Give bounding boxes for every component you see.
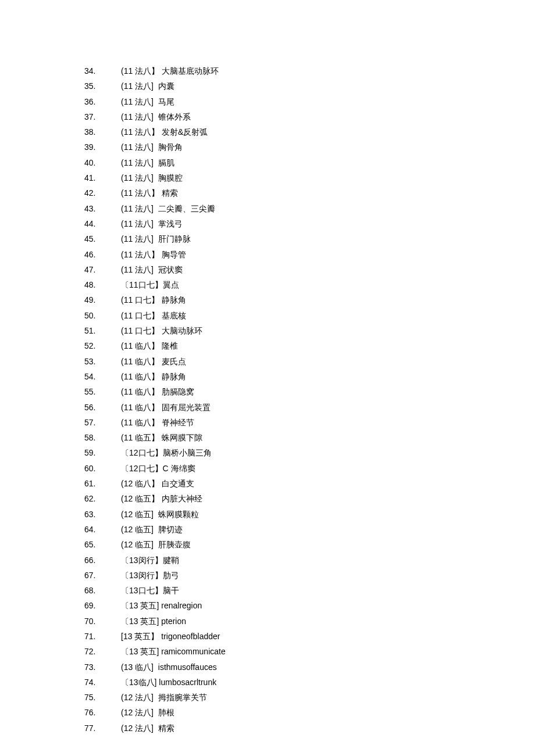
list-item: 48.〔11口七】翼点 <box>84 281 535 296</box>
item-tag: (11 法八] <box>121 220 154 228</box>
item-tag: (11 临五】 <box>121 433 159 442</box>
list-item: 59.〔12口七】脑桥小脑三角 <box>84 449 535 464</box>
item-number: 68. <box>84 586 121 594</box>
item-number: 34. <box>84 67 121 75</box>
item-description: 二尖瓣、三尖瓣 <box>154 205 215 213</box>
item-description: C 海绵窦 <box>163 464 195 472</box>
item-description: ramicommunicate <box>159 647 225 655</box>
item-description: 基底核 <box>159 311 186 320</box>
item-number: 49. <box>84 296 121 304</box>
item-number: 37. <box>84 113 121 121</box>
list-item: 61.(12 临八】 白交通支 <box>84 479 535 495</box>
list-item: 55.(11 临八】 肋膈隐窝 <box>84 388 535 403</box>
item-description: 脊神经节 <box>159 418 194 427</box>
item-tag: 〔13 英五] <box>121 647 159 655</box>
item-description: 胸骨角 <box>154 143 183 151</box>
item-tag: (12 临五] <box>121 510 154 518</box>
item-number: 41. <box>84 174 121 182</box>
item-tag: (11 临八】 <box>121 372 159 381</box>
list-item: 64.(12 临五] 脾切迹 <box>84 525 535 540</box>
item-tag: 〔12口七】 <box>121 464 163 472</box>
item-description: pterion <box>159 617 186 625</box>
item-number: 55. <box>84 388 121 396</box>
item-tag: (11 临八】 <box>121 418 159 427</box>
item-number: 76. <box>84 708 121 716</box>
list-item: 35.(11 法八] 内囊 <box>84 82 535 97</box>
item-description: 肺根 <box>154 708 174 716</box>
item-tag: (11 法八] <box>121 82 154 90</box>
item-description: 静脉角 <box>159 296 186 304</box>
item-description: 大脑动脉环 <box>159 327 202 335</box>
list-item: 72.〔13 英五] ramicommunicate <box>84 647 535 662</box>
item-description: 拇指腕掌关节 <box>154 693 207 701</box>
item-tag: (11 法八] <box>121 98 154 106</box>
item-description: 冠状窦 <box>154 266 183 274</box>
list-item: 36.(11 法八] 马尾 <box>84 98 535 113</box>
list-item: 43.(11 法八] 二尖瓣、三尖瓣 <box>84 205 535 220</box>
list-item: 51.(11 口七】 大脑动脉环 <box>84 327 535 342</box>
list-item: 66.〔13闵行】腱鞘 <box>84 556 535 571</box>
list-item: 42.(11 法八】 精索 <box>84 189 535 204</box>
item-description: 发射&反射弧 <box>159 128 208 136</box>
item-description: 脾切迹 <box>154 525 183 533</box>
item-description: 白交通支 <box>159 479 194 488</box>
list-item: 58.(11 临五】 蛛网膜下隙 <box>84 433 535 449</box>
list-item: 50.(11 口七】 基底核 <box>84 311 535 327</box>
item-number: 52. <box>84 342 121 350</box>
item-tag: (12 临五】 <box>121 495 159 503</box>
item-description: 静脉角 <box>159 372 186 381</box>
list-item: 46.(11 法八】 胸导管 <box>84 250 535 266</box>
item-number: 59. <box>84 449 121 457</box>
item-tag: [13 英五】 <box>121 632 159 640</box>
item-number: 64. <box>84 525 121 533</box>
item-tag: (12 临五] <box>121 525 154 533</box>
item-description: 肝胰壶腹 <box>154 540 191 549</box>
item-number: 61. <box>84 479 121 488</box>
item-tag: (11 法八】 <box>121 67 159 75</box>
list-item: 62.(12 临五】 内脏大神经 <box>84 495 535 510</box>
item-description: 脑桥小脑三角 <box>163 449 212 457</box>
list-item: 71.[13 英五】 trigoneofbladder <box>84 632 535 647</box>
item-description: trigoneofbladder <box>159 632 220 640</box>
item-tag: (11 法八] <box>121 143 154 151</box>
item-tag: (12 法八] <box>121 708 154 716</box>
item-tag: (11 法八] <box>121 266 154 274</box>
item-tag: (11 临八】 <box>121 357 159 366</box>
list-item: 47.(11 法八] 冠状窦 <box>84 266 535 281</box>
item-description: 锥体外系 <box>154 113 191 121</box>
item-number: 72. <box>84 647 121 655</box>
item-tag: (11 口七】 <box>121 311 159 320</box>
item-description: 大脑基底动脉环 <box>159 67 219 75</box>
item-description: 掌浅弓 <box>154 220 183 228</box>
item-tag: 〔13临八] <box>121 678 156 686</box>
list-item: 67.〔13闵行】肋弓 <box>84 571 535 586</box>
item-number: 65. <box>84 540 121 549</box>
list-item: 69.〔13 英五] renalregion <box>84 601 535 617</box>
item-description: 肋膈隐窝 <box>159 388 194 396</box>
list-item: 68.〔13口七】脑干 <box>84 586 535 601</box>
item-number: 47. <box>84 266 121 274</box>
item-description: 肝门静脉 <box>154 235 191 243</box>
item-tag: (11 法八] <box>121 174 154 182</box>
item-description: renalregion <box>159 601 202 610</box>
item-number: 39. <box>84 143 121 151</box>
list-item: 53.(11 临八】 麦氏点 <box>84 357 535 372</box>
item-description: 内囊 <box>154 82 174 90</box>
list-item: 39.(11 法八] 胸骨角 <box>84 143 535 158</box>
item-description: 蛛网膜下隙 <box>159 433 202 442</box>
document-content: 34.(11 法八】 大脑基底动脉环35.(11 法八] 内囊36.(11 法八… <box>0 0 535 739</box>
item-number: 40. <box>84 159 121 167</box>
item-tag: (11 临八】 <box>121 403 159 411</box>
item-number: 36. <box>84 98 121 106</box>
item-tag: (11 法八】 <box>121 250 159 259</box>
item-description: 胸膜腔 <box>154 174 183 182</box>
list-item: 76.(12 法八] 肺根 <box>84 708 535 723</box>
list-item: 45.(11 法八] 肝门静脉 <box>84 235 535 250</box>
list-item: 57.(11 临八】 脊神经节 <box>84 418 535 433</box>
item-description: 精索 <box>159 189 178 197</box>
item-number: 46. <box>84 250 121 259</box>
item-tag: 〔13闵行】 <box>121 556 163 564</box>
item-tag: 〔13 英五] <box>121 617 159 625</box>
list-item: 38.(11 法八】 发射&反射弧 <box>84 128 535 143</box>
item-tag: 〔13口七】 <box>121 586 163 594</box>
